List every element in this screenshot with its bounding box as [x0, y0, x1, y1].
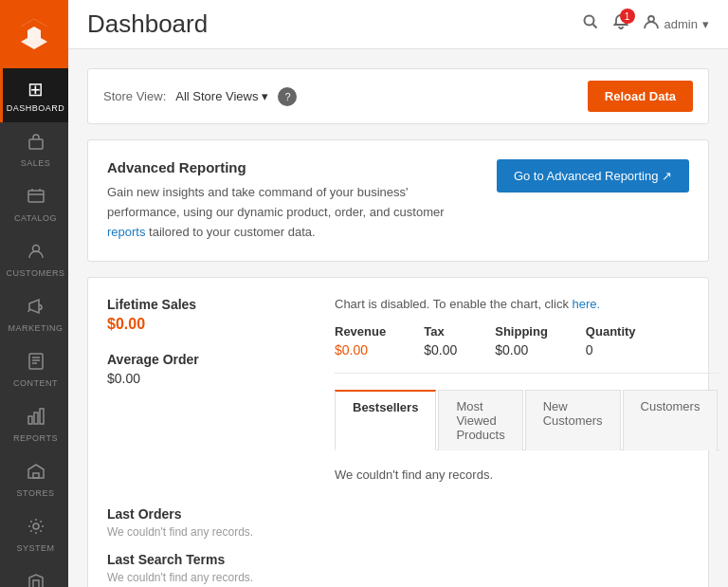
- last-orders-label: Last Orders: [107, 506, 689, 522]
- tab-customers[interactable]: Customers: [623, 390, 719, 450]
- stats-row: Lifetime Sales $0.00 Average Order $0.00…: [107, 297, 689, 487]
- admin-username: admin: [664, 17, 698, 31]
- tab-new-customers[interactable]: New Customers: [525, 390, 621, 450]
- chart-disabled-message: Chart is disabled. To enable the chart, …: [335, 297, 719, 311]
- sidebar-item-dashboard[interactable]: ⊞ DASHBOARD: [0, 68, 68, 122]
- tabs-row: Bestsellers Most Viewed Products New Cus…: [335, 389, 719, 450]
- tab-most-viewed[interactable]: Most Viewed Products: [438, 390, 522, 450]
- sidebar-item-system[interactable]: SYSTEM: [0, 507, 68, 562]
- sidebar-item-label: SYSTEM: [16, 543, 54, 553]
- sidebar: ⊞ DASHBOARD SALES CATALOG CUSTOMERS MARK…: [0, 0, 68, 587]
- sidebar-item-customers[interactable]: CUSTOMERS: [0, 232, 68, 287]
- average-order-block: Average Order $0.00: [107, 352, 316, 386]
- store-view-left: Store View: All Store Views ▾ ?: [103, 87, 297, 106]
- metric-revenue: Revenue $0.00: [335, 324, 386, 358]
- average-order-label: Average Order: [107, 352, 316, 367]
- svg-rect-9: [33, 580, 39, 587]
- metric-revenue-label: Revenue: [335, 324, 386, 339]
- lifetime-sales-label: Lifetime Sales: [107, 297, 316, 312]
- sales-icon: [27, 132, 46, 156]
- metric-quantity: Quantity 0: [586, 324, 636, 358]
- stats-left: Lifetime Sales $0.00 Average Order $0.00: [107, 297, 316, 487]
- sidebar-item-marketing[interactable]: MARKETING: [0, 287, 68, 342]
- chart-enable-link[interactable]: here.: [573, 297, 601, 311]
- topbar: Dashboard 1 admin ▾: [68, 0, 728, 49]
- sidebar-item-find-partners[interactable]: FIND PARTNERS & EXTENSIONS: [0, 562, 68, 587]
- content-area: Store View: All Store Views ▾ ? Reload D…: [68, 49, 728, 587]
- sidebar-item-label: DASHBOARD: [7, 103, 65, 113]
- tab-no-records: We couldn't find any records.: [335, 462, 719, 487]
- sidebar-item-reports[interactable]: REPORTS: [0, 397, 68, 452]
- sidebar-item-label: CUSTOMERS: [7, 268, 65, 278]
- page-title: Dashboard: [87, 9, 208, 39]
- advanced-reporting-description: Gain new insights and take command of yo…: [107, 183, 478, 242]
- reload-data-button[interactable]: Reload Data: [588, 81, 693, 112]
- dashboard-main: Lifetime Sales $0.00 Average Order $0.00…: [87, 277, 709, 587]
- search-icon[interactable]: [582, 13, 599, 35]
- stores-icon: [27, 462, 46, 486]
- tabs-section: Bestsellers Most Viewed Products New Cus…: [335, 373, 719, 487]
- metric-shipping: Shipping $0.00: [495, 324, 548, 358]
- lifetime-sales-value: $0.00: [107, 316, 316, 333]
- sidebar-item-label: CATALOG: [14, 213, 57, 223]
- sidebar-item-catalog[interactable]: CATALOG: [0, 177, 68, 232]
- store-view-dropdown-icon: ▾: [262, 89, 268, 103]
- svg-rect-4: [28, 416, 32, 424]
- marketing-icon: [27, 297, 46, 321]
- find-partners-icon: [27, 572, 46, 587]
- metric-shipping-label: Shipping: [495, 324, 548, 339]
- svg-point-8: [33, 523, 39, 529]
- svg-rect-7: [33, 473, 39, 478]
- svg-rect-5: [34, 413, 38, 424]
- sidebar-item-label: SALES: [21, 158, 51, 168]
- svg-rect-6: [40, 409, 44, 424]
- advanced-reporting-link[interactable]: reports: [107, 225, 145, 239]
- admin-user-menu[interactable]: admin ▾: [643, 13, 709, 35]
- metric-revenue-value: $0.00: [335, 342, 386, 358]
- system-icon: [27, 517, 46, 541]
- last-search-block: Last Search Terms We couldn't find any r…: [107, 552, 689, 584]
- sidebar-item-stores[interactable]: STORES: [0, 452, 68, 507]
- catalog-icon: [27, 187, 46, 211]
- svg-point-11: [648, 16, 654, 22]
- goto-advanced-reporting-button[interactable]: Go to Advanced Reporting ↗: [497, 159, 689, 193]
- sidebar-item-content[interactable]: CONTENT: [0, 342, 68, 397]
- sidebar-item-sales[interactable]: SALES: [0, 122, 68, 177]
- topbar-actions: 1 admin ▾: [582, 13, 709, 35]
- last-orders-note: We couldn't find any records.: [107, 525, 689, 539]
- last-orders-block: Last Orders We couldn't find any records…: [107, 506, 689, 539]
- sidebar-item-label: REPORTS: [13, 433, 58, 443]
- chart-area: Chart is disabled. To enable the chart, …: [335, 297, 719, 487]
- average-order-value: $0.00: [107, 371, 316, 386]
- lifetime-sales-block: Lifetime Sales $0.00: [107, 297, 316, 333]
- content-icon: [27, 352, 46, 376]
- customers-icon: [27, 242, 46, 266]
- sidebar-item-label: STORES: [17, 488, 55, 498]
- bottom-sections: Last Orders We couldn't find any records…: [107, 506, 689, 587]
- svg-point-10: [584, 16, 593, 26]
- advanced-reporting-section: Advanced Reporting Gain new insights and…: [87, 139, 709, 262]
- notification-bell[interactable]: 1: [612, 13, 629, 35]
- notification-count: 1: [620, 9, 635, 24]
- metric-tax: Tax $0.00: [424, 324, 457, 358]
- store-view-label: Store View:: [103, 89, 166, 103]
- store-view-select[interactable]: All Store Views ▾: [175, 89, 268, 103]
- tab-bestsellers[interactable]: Bestsellers: [335, 390, 436, 450]
- svg-rect-1: [28, 191, 44, 202]
- last-search-label: Last Search Terms: [107, 552, 689, 567]
- dashboard-icon: ⊞: [27, 78, 44, 101]
- advanced-reporting-title: Advanced Reporting: [107, 159, 478, 175]
- metric-quantity-value: 0: [586, 342, 636, 358]
- metrics-row: Revenue $0.00 Tax $0.00 Shipping $0.00: [335, 324, 719, 358]
- admin-dropdown-icon: ▾: [702, 17, 709, 31]
- metric-tax-label: Tax: [424, 324, 457, 339]
- help-icon[interactable]: ?: [278, 87, 297, 106]
- user-avatar-icon: [643, 13, 660, 35]
- sidebar-item-label: MARKETING: [8, 323, 63, 333]
- svg-rect-0: [29, 139, 43, 149]
- svg-rect-3: [29, 354, 43, 369]
- metric-quantity-label: Quantity: [586, 324, 636, 339]
- store-view-bar: Store View: All Store Views ▾ ? Reload D…: [87, 68, 709, 124]
- reports-icon: [27, 407, 46, 431]
- store-view-selected: All Store Views: [175, 89, 258, 103]
